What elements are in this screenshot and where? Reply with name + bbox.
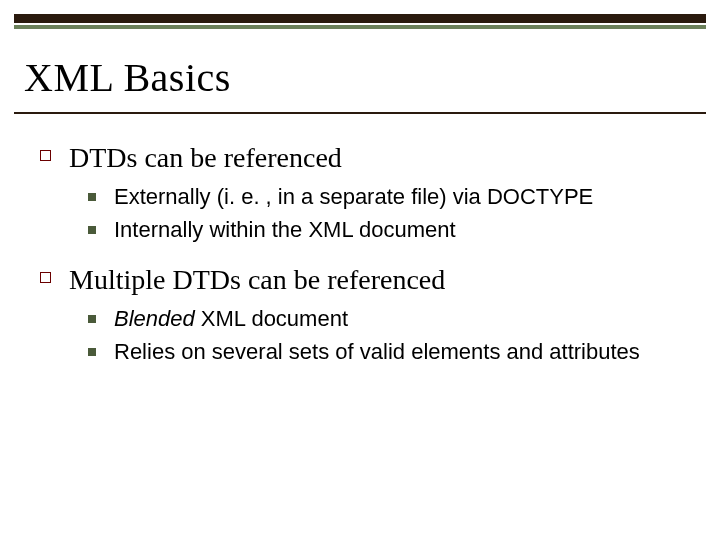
bullet-level2: Internally within the XML document [88, 216, 690, 245]
filled-square-icon [88, 226, 96, 234]
bullet-text: Relies on several sets of valid elements… [114, 338, 640, 367]
bullet-text: Externally (i. e. , in a separate file) … [114, 183, 593, 212]
bullet-level1: DTDs can be referenced [40, 140, 690, 175]
italic-text: Blended [114, 306, 195, 331]
filled-square-icon [88, 348, 96, 356]
decor-bar-green [14, 25, 706, 29]
bullet-level2: Externally (i. e. , in a separate file) … [88, 183, 690, 212]
filled-square-icon [88, 315, 96, 323]
slide: XML Basics DTDs can be referenced Extern… [0, 0, 720, 540]
bullet-text: Internally within the XML document [114, 216, 456, 245]
slide-content: DTDs can be referenced Externally (i. e.… [40, 140, 690, 384]
bullet-level1: Multiple DTDs can be referenced [40, 262, 690, 297]
hollow-square-icon [40, 150, 51, 161]
bullet-level2: Relies on several sets of valid elements… [88, 338, 690, 367]
plain-text: XML document [195, 306, 348, 331]
bullet-text: DTDs can be referenced [69, 140, 342, 175]
title-underline [14, 112, 706, 114]
sublist: Blended XML document Relies on several s… [88, 305, 690, 366]
sublist: Externally (i. e. , in a separate file) … [88, 183, 690, 244]
bullet-level2: Blended XML document [88, 305, 690, 334]
bullet-text: Blended XML document [114, 305, 348, 334]
filled-square-icon [88, 193, 96, 201]
slide-title: XML Basics [24, 54, 231, 101]
bullet-text: Multiple DTDs can be referenced [69, 262, 445, 297]
decor-bar-dark [14, 14, 706, 23]
hollow-square-icon [40, 272, 51, 283]
